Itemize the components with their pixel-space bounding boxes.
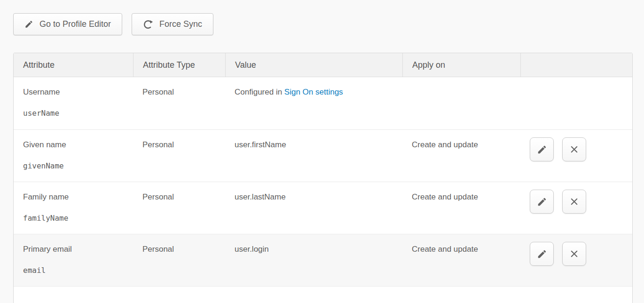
attribute-label: Username [23, 88, 124, 97]
table-row-family-name: Family name familyName Personal user.las… [14, 182, 632, 234]
attribute-cell: Family name familyName [14, 182, 133, 234]
apply-on-cell [402, 77, 520, 129]
attribute-variable: email [23, 266, 124, 275]
attribute-type-cell: Personal [133, 77, 225, 129]
actions-cell [520, 182, 632, 234]
table-row-partial [14, 286, 632, 303]
attribute-label: Family name [23, 192, 124, 202]
delete-attribute-button[interactable] [562, 137, 586, 161]
attribute-variable: familyName [23, 214, 124, 223]
edit-attribute-button[interactable] [530, 242, 554, 266]
force-sync-button[interactable]: Force Sync [132, 13, 213, 35]
column-header-attribute: Attribute [14, 53, 133, 77]
column-header-apply-on: Apply on [402, 53, 520, 77]
attribute-variable: givenName [23, 161, 124, 171]
pencil-icon [537, 197, 547, 207]
apply-on-cell: Create and update [402, 182, 520, 234]
toolbar: Go to Profile Editor Force Sync [13, 13, 213, 35]
attribute-cell: Given name givenName [14, 130, 133, 182]
attribute-type-cell: Personal [133, 234, 225, 286]
go-to-profile-editor-label: Go to Profile Editor [39, 19, 111, 29]
value-cell: user.firstName [225, 130, 402, 182]
pencil-icon [537, 249, 547, 259]
attribute-label: Given name [23, 140, 124, 150]
table-header-row: Attribute Attribute Type Value Apply on [14, 53, 632, 77]
attribute-type-cell: Personal [133, 130, 225, 182]
value-cell: Configured in Sign On settings [225, 77, 402, 129]
attribute-type-cell: Personal [133, 182, 225, 234]
pencil-icon [24, 20, 33, 29]
close-icon [569, 144, 580, 155]
attribute-label: Primary email [23, 245, 124, 254]
table-row-given-name: Given name givenName Personal user.first… [14, 129, 632, 182]
delete-attribute-button[interactable] [562, 242, 586, 266]
delete-attribute-button[interactable] [562, 190, 586, 214]
close-icon [569, 196, 580, 207]
sign-on-settings-link[interactable]: Sign On settings [284, 88, 343, 96]
column-header-actions [520, 53, 632, 77]
apply-on-cell: Create and update [402, 130, 520, 182]
refresh-icon [143, 19, 153, 30]
edit-attribute-button[interactable] [530, 137, 554, 161]
actions-cell [520, 130, 632, 182]
attribute-mappings-table: Attribute Attribute Type Value Apply on … [13, 53, 633, 303]
pencil-icon [537, 144, 547, 155]
value-prefix-text: Configured in [235, 88, 284, 96]
attribute-cell: Primary email email [14, 234, 133, 286]
column-header-attribute-type: Attribute Type [133, 53, 225, 77]
value-cell: user.login [225, 234, 402, 286]
table-row-primary-email: Primary email email Personal user.login … [14, 234, 632, 286]
force-sync-label: Force Sync [159, 19, 202, 29]
value-cell: user.lastName [225, 182, 402, 234]
go-to-profile-editor-button[interactable]: Go to Profile Editor [13, 13, 122, 35]
actions-cell [520, 234, 632, 286]
close-icon [569, 248, 580, 259]
attribute-cell: Username userName [14, 77, 133, 129]
table-row-username: Username userName Personal Configured in… [14, 77, 632, 129]
attribute-variable: userName [23, 109, 124, 118]
apply-on-cell: Create and update [402, 234, 520, 286]
edit-attribute-button[interactable] [530, 190, 554, 214]
column-header-value: Value [225, 53, 402, 77]
actions-cell [520, 77, 632, 129]
